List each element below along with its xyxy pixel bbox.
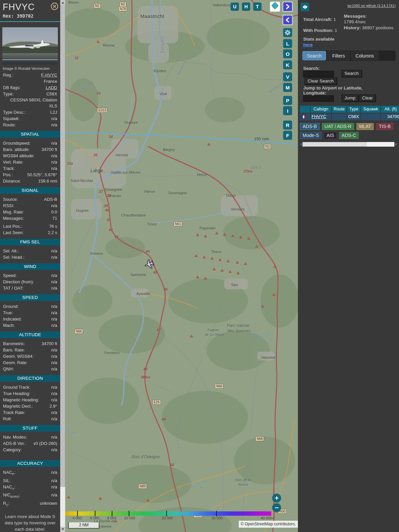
map-place-label: des Sources	[227, 329, 250, 333]
hscroll-thumb[interactable]	[303, 142, 366, 147]
map-button-M[interactable]: M	[283, 83, 292, 92]
aircraft-photo[interactable]	[2, 27, 58, 65]
layer-switcher-button[interactable]	[270, 2, 280, 12]
section-header-accuracy: ACCURACY	[0, 460, 60, 467]
map-button-P[interactable]: P	[283, 96, 292, 105]
legend-uat-ads-r[interactable]: UAT / ADS-R	[322, 123, 354, 130]
data-row: Barometric:34700 ft	[0, 340, 60, 347]
row-label: Category:	[3, 447, 22, 453]
column-header-Alt. (ft)[interactable]: Alt. (ft)	[381, 106, 399, 113]
row-value: n/a	[51, 477, 57, 484]
close-icon[interactable]	[51, 2, 59, 10]
map-button-I[interactable]: I	[283, 106, 292, 115]
stats-here-link[interactable]: here	[303, 42, 313, 47]
map-place-label: Blegny	[163, 148, 175, 152]
map-button-O[interactable]: O	[283, 50, 292, 58]
scroll-down-icon[interactable]	[60, 527, 65, 532]
row-value[interactable]: F-HVYC	[41, 72, 57, 78]
colorbar-tick-label: 8 000	[107, 516, 116, 520]
table-row[interactable]: FHVYCC56X34700	[300, 113, 399, 120]
scrollbar-thumb[interactable]	[60, 5, 65, 487]
map-button-V[interactable]: V	[283, 72, 292, 81]
scroll-right-icon[interactable]	[394, 142, 398, 147]
search-button[interactable]: Search	[341, 70, 362, 77]
map-button-R[interactable]: R	[283, 121, 292, 129]
column-header-Squawk[interactable]: Squawk	[361, 106, 380, 113]
next-aircraft-button[interactable]	[283, 2, 292, 11]
map-place-label: Ronce	[238, 482, 248, 486]
row-label: Groundspeed:	[3, 140, 30, 146]
peak-icon	[231, 234, 234, 237]
total-aircraft-stat: Total Aircraft: 1	[303, 17, 336, 22]
legend-ais[interactable]: AIS	[324, 132, 337, 139]
map-button-K[interactable]: K	[283, 61, 292, 69]
road-km-marker: 39	[104, 204, 108, 208]
jump-input[interactable]	[303, 95, 334, 102]
search-input[interactable]	[303, 71, 334, 77]
range-ring-label: 150 nmi	[254, 137, 269, 141]
row-value[interactable]: LADD	[46, 84, 57, 91]
legend-tis-b[interactable]: TIS-B	[376, 123, 393, 130]
tab-columns[interactable]: Columns	[351, 51, 378, 61]
sidebar-scrollbar[interactable]	[60, 0, 65, 532]
hex-code: Hex: 39D702	[3, 13, 58, 19]
version-link[interactable]: tar1090 on github (3.14.1741)	[347, 4, 396, 8]
row-label: Baro. Rate:	[3, 347, 25, 353]
zoom-in-button[interactable]: +	[272, 494, 281, 502]
scroll-up-icon[interactable]	[60, 0, 65, 5]
row-value: 34700 ft	[42, 146, 57, 153]
tab-search[interactable]: Search	[302, 51, 326, 61]
peak-icon	[99, 497, 102, 500]
road-km-marker: 48	[143, 367, 147, 371]
map-button-F[interactable]: F	[283, 131, 292, 140]
table-cell	[361, 113, 380, 120]
row-value: 0.0	[51, 209, 57, 215]
map-place-label: Soumagne	[168, 191, 187, 195]
scrollbar-track[interactable]	[60, 487, 65, 527]
map-place-label: Eijsden	[154, 69, 166, 73]
jump-button[interactable]: Jump	[341, 94, 358, 102]
colorbar-tick-label: 10 000	[124, 516, 135, 520]
table-cell[interactable]: FHVYC	[311, 113, 331, 120]
road-km-marker: 45	[153, 270, 157, 274]
column-header-flag[interactable]	[300, 106, 310, 113]
map-place-label: Limburg	[160, 37, 165, 53]
data-row: France	[0, 78, 60, 84]
map-canvas[interactable]: BilzenMaastrichtValkenburgRiemstLimburgN…	[65, 0, 298, 532]
legend-ads-c[interactable]: ADS-C	[339, 132, 359, 139]
row-label: TAT / OAT:	[3, 285, 23, 291]
zoom-out-button[interactable]: −	[272, 503, 281, 512]
table-horizontal-scrollbar[interactable]	[299, 142, 398, 147]
hscroll-track[interactable]	[303, 142, 394, 147]
data-row: Baro. Rate:n/a	[0, 347, 60, 353]
legend-ads-b[interactable]: ADS-B	[300, 123, 320, 130]
section-header-stuff: STUFF	[0, 425, 60, 432]
map-button-T[interactable]: T	[253, 3, 261, 11]
map-place-label: Sprimont	[130, 273, 146, 277]
map-button-L[interactable]: L	[283, 39, 292, 48]
clear-jump-button[interactable]: Clear	[359, 94, 376, 102]
row-value: n/a	[51, 469, 57, 477]
legend-mode-s[interactable]: Mode-S	[300, 132, 322, 139]
road-km-marker: 33	[96, 91, 100, 95]
aircraft-marker[interactable]	[143, 259, 155, 270]
data-row: SIL:n/a	[0, 477, 60, 484]
clear-search-button[interactable]: Clear Search	[305, 77, 337, 85]
legend-mlat[interactable]: MLAT	[356, 123, 374, 130]
road-badge: N2	[119, 2, 126, 7]
data-row: Ground:n/a	[0, 303, 60, 310]
panel-toggle-button[interactable]	[301, 3, 309, 11]
data-row: True Heading:n/a	[0, 390, 60, 397]
prev-aircraft-button[interactable]	[283, 16, 292, 24]
scroll-left-icon[interactable]	[299, 142, 303, 147]
map-button-H[interactable]: H	[242, 3, 250, 11]
peak-icon	[210, 257, 214, 260]
settings-gear-button[interactable]	[283, 28, 292, 37]
column-header-Callsign[interactable]: Callsign	[311, 106, 331, 113]
data-row: DB flags:LADD	[0, 84, 60, 91]
column-header-Type[interactable]: Type	[347, 106, 360, 113]
tab-filters[interactable]: Filters	[327, 51, 350, 61]
peak-icon	[223, 233, 226, 236]
map-button-U[interactable]: U	[231, 3, 239, 11]
column-header-Route[interactable]: Route	[332, 106, 346, 113]
